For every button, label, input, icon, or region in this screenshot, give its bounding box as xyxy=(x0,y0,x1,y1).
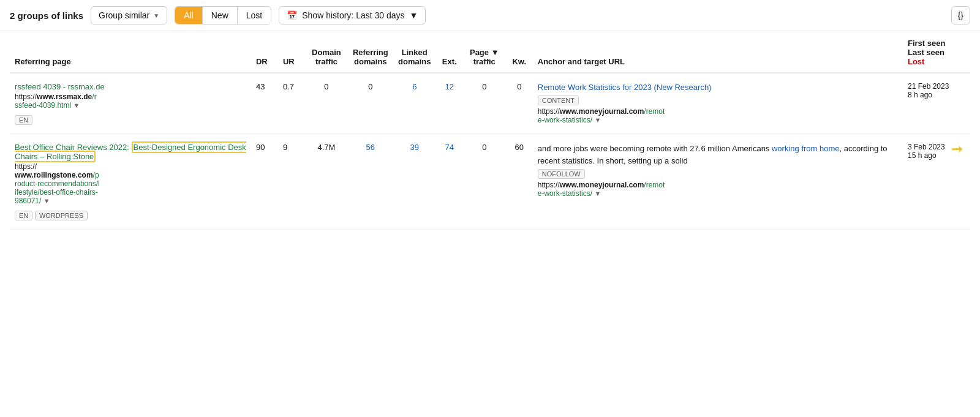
col-header-kw[interactable]: Kw. xyxy=(506,31,533,73)
ext-cell-1: 12 xyxy=(436,73,463,134)
ur-cell-2: 9 xyxy=(278,134,305,230)
history-button[interactable]: 📅 Show history: Last 30 days ▼ xyxy=(279,6,426,24)
dr-cell-1: 43 xyxy=(251,73,278,134)
ur-cell-1: 0.7 xyxy=(278,73,305,134)
lang-badges-1: EN xyxy=(15,112,246,125)
table-row: Best Office Chair Reviews 2022: Best-Des… xyxy=(10,134,970,230)
col-header-linked-domains[interactable]: Linked domains xyxy=(393,31,436,73)
first-last-seen-cell-1: 21 Feb 2023 8 h ago xyxy=(903,73,970,134)
lang-badge-en-1: EN xyxy=(15,115,32,125)
group-similar-chevron-icon: ▼ xyxy=(153,12,159,19)
cms-badge-wordpress-2: WORDPRESS xyxy=(35,211,88,220)
anchor-url-1: https://www.moneyjournal.com/remote-work… xyxy=(538,107,898,124)
filter-tab-all[interactable]: All xyxy=(175,7,203,24)
anchor-title-link-1[interactable]: Remote Work Statistics for 2023 (New Res… xyxy=(538,83,712,92)
referring-page-url-1: https://www.rssmax.de/rssfeed-4039.html … xyxy=(15,92,246,110)
table-wrap: Referring page DR UR Domain traffic Refe… xyxy=(0,31,980,230)
kw-cell-2: 60 xyxy=(506,134,533,230)
history-chevron-icon: ▼ xyxy=(410,10,418,20)
referring-page-cell-1: rssfeed 4039 - rssmax.de https://www.rss… xyxy=(10,73,251,134)
group-similar-button[interactable]: Group similar ▼ xyxy=(91,6,167,24)
ext-cell-2: 74 xyxy=(436,134,463,230)
backlinks-table: Referring page DR UR Domain traffic Refe… xyxy=(10,31,970,230)
first-last-seen-cell-2: 3 Feb 2023 15 h ago ➞ xyxy=(903,134,970,230)
filter-tab-new[interactable]: New xyxy=(203,7,238,24)
filter-tab-lost[interactable]: Lost xyxy=(238,7,271,24)
page-url-dropdown-1[interactable]: ▼ xyxy=(73,102,80,109)
anchor-badge-2: NOFOLLOW xyxy=(538,169,585,179)
anchor-url-2: https://www.moneyjournal.com/remote-work… xyxy=(538,181,898,198)
col-header-ext[interactable]: Ext. xyxy=(436,31,463,73)
groups-label: 2 groups of links xyxy=(10,10,83,21)
referring-page-link-2[interactable]: Best Office Chair Reviews 2022: Best-Des… xyxy=(15,141,246,162)
history-label: Show history: Last 30 days xyxy=(302,10,404,20)
anchor-badge-1: CONTENT xyxy=(538,96,579,105)
linked-domains-cell-2: 39 xyxy=(393,134,436,230)
referring-page-url-2: https://www.rollingstone.com/product-rec… xyxy=(15,162,246,205)
col-header-referring-domains[interactable]: Referring domains xyxy=(348,31,393,73)
dr-cell-2: 90 xyxy=(251,134,278,230)
domain-traffic-cell-1: 0 xyxy=(305,73,348,134)
table-row: rssfeed 4039 - rssmax.de https://www.rss… xyxy=(10,73,970,134)
filter-tabs: All New Lost xyxy=(175,6,271,24)
braces-label: {} xyxy=(958,10,963,20)
toolbar: 2 groups of links Group similar ▼ All Ne… xyxy=(0,0,980,31)
braces-button[interactable]: {} xyxy=(951,6,970,24)
first-last-seen-1: 21 Feb 2023 8 h ago xyxy=(908,82,965,99)
domain-traffic-cell-2: 4.7M xyxy=(305,134,348,230)
linked-domains-cell-1: 6 xyxy=(393,73,436,134)
col-header-domain-traffic[interactable]: Domain traffic xyxy=(305,31,348,73)
col-header-ur[interactable]: UR xyxy=(278,31,305,73)
referring-page-cell-2: Best Office Chair Reviews 2022: Best-Des… xyxy=(10,134,251,230)
referring-page-link-1[interactable]: rssfeed 4039 - rssmax.de xyxy=(15,82,105,91)
page-traffic-cell-1: 0 xyxy=(463,73,506,134)
referring-domains-cell-1: 0 xyxy=(348,73,393,134)
lang-badge-en-2: EN xyxy=(15,211,32,220)
arrow-yellow-icon-2: ➞ xyxy=(951,143,962,156)
col-header-page-traffic[interactable]: Page ▼ traffic xyxy=(463,31,506,73)
calendar-icon: 📅 xyxy=(287,10,297,20)
col-header-anchor-url: Anchor and target URL xyxy=(533,31,903,73)
col-header-referring-page: Referring page xyxy=(10,31,251,73)
anchor-url-dropdown-2[interactable]: ▼ xyxy=(594,190,601,197)
page-url-dropdown-2[interactable]: ▼ xyxy=(43,197,50,205)
page-traffic-cell-2: 0 xyxy=(463,134,506,230)
group-similar-label: Group similar xyxy=(99,10,149,20)
anchor-url-dropdown-1[interactable]: ▼ xyxy=(594,116,601,124)
referring-domains-cell-2: 56 xyxy=(348,134,393,230)
col-header-first-last-seen: First seenLast seenLost xyxy=(903,31,970,73)
anchor-text-link-2[interactable]: working from home xyxy=(772,144,840,153)
anchor-cell-2: and more jobs were becoming remote with … xyxy=(533,134,903,230)
first-last-seen-2: 3 Feb 2023 15 h ago ➞ xyxy=(908,143,965,160)
col-header-dr[interactable]: DR xyxy=(251,31,278,73)
kw-cell-1: 0 xyxy=(506,73,533,134)
anchor-text-before-2: and more jobs were becoming remote with … xyxy=(538,144,888,165)
anchor-cell-1: Remote Work Statistics for 2023 (New Res… xyxy=(533,73,903,134)
lang-cms-badges-2: EN WORDPRESS xyxy=(15,208,246,220)
table-header-row: Referring page DR UR Domain traffic Refe… xyxy=(10,31,970,73)
